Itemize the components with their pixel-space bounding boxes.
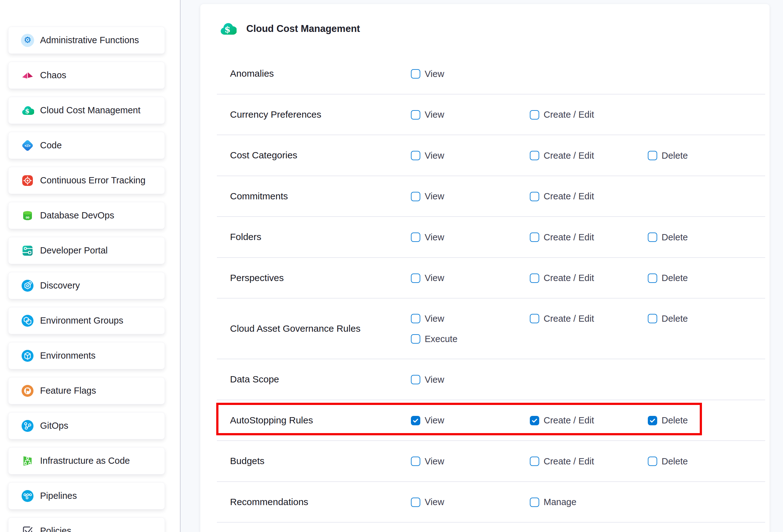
resource-label: Cost Categories — [230, 135, 297, 176]
checkbox-data-scope-view[interactable] — [411, 375, 420, 384]
circuit-icon — [21, 244, 34, 257]
permission-cell: View — [411, 375, 444, 384]
sidebar-item-label: Administrative Functions — [40, 35, 139, 45]
checkbox-folders-delete[interactable] — [648, 232, 657, 242]
checkbox-folders-create-edit[interactable] — [530, 232, 539, 242]
resource-label: Anomalies — [230, 54, 274, 94]
sidebar-item-code[interactable]: </>Code — [8, 132, 165, 159]
permission-row-autostopping-rules: AutoStopping RulesViewCreate / EditDelet… — [217, 400, 765, 441]
sidebar-item-discovery[interactable]: Discovery — [8, 272, 165, 299]
permission-cell: Delete — [648, 151, 688, 160]
sidebar-item-pipelines[interactable]: Pipelines — [8, 482, 165, 509]
permission-label: Create / Edit — [543, 151, 594, 161]
svg-text:$: $ — [25, 107, 30, 115]
permissions-table: AnomaliesViewCurrency PreferencesViewCre… — [217, 54, 765, 523]
sidebar-item-label: Chaos — [40, 70, 66, 81]
module-sidebar: ⚙Administrative FunctionsChaos$Cloud Cos… — [0, 0, 181, 532]
svg-text:∞: ∞ — [26, 214, 29, 220]
permission-cell: Execute — [411, 334, 458, 344]
permission-label: Delete — [662, 151, 688, 161]
checkbox-currency-preferences-create-edit[interactable] — [530, 110, 539, 120]
flag-icon — [21, 384, 34, 398]
permission-label: Execute — [425, 334, 458, 344]
sidebar-item-label: Policies — [40, 526, 71, 532]
checkbox-cost-categories-view[interactable] — [411, 151, 420, 160]
checkbox-autostopping-rules-delete[interactable] — [648, 416, 657, 425]
checkbox-recommendations-view[interactable] — [411, 498, 420, 507]
checkbox-budgets-delete[interactable] — [648, 457, 657, 466]
resource-label: Budgets — [230, 441, 264, 481]
permission-label: View — [425, 232, 444, 243]
sidebar-item-infrastructure-as-code[interactable]: Infrastructure as Code — [8, 447, 165, 474]
permission-row-folders: FoldersViewCreate / EditDelete — [217, 217, 765, 258]
panel-title: Cloud Cost Management — [246, 23, 360, 34]
sidebar-item-administrative-functions[interactable]: ⚙Administrative Functions — [8, 27, 165, 54]
git-branch-icon — [21, 419, 34, 433]
sidebar-item-chaos[interactable]: Chaos — [8, 62, 165, 89]
sidebar-item-label: Feature Flags — [40, 385, 96, 396]
sidebar-item-label: Cloud Cost Management — [40, 105, 140, 116]
checkbox-budgets-create-edit[interactable] — [530, 457, 539, 466]
permission-row-cloud-asset-governance-rules: Cloud Asset Governance RulesViewCreate /… — [217, 299, 765, 359]
permission-cell: View — [411, 498, 444, 507]
checkbox-cloud-asset-governance-rules-create-edit[interactable] — [530, 314, 539, 323]
sidebar-item-database-devops[interactable]: ∞Database DevOps — [8, 202, 165, 229]
checkbox-commitments-create-edit[interactable] — [530, 192, 539, 201]
permission-row-cost-categories: Cost CategoriesViewCreate / EditDelete — [217, 135, 765, 176]
checkbox-cost-categories-delete[interactable] — [648, 151, 657, 160]
permission-cell: Delete — [648, 314, 688, 323]
permission-label: Delete — [662, 273, 688, 283]
checkbox-cloud-asset-governance-rules-execute[interactable] — [411, 334, 420, 344]
permission-label: View — [425, 151, 444, 161]
checkbox-folders-view[interactable] — [411, 232, 420, 242]
permission-cell: Delete — [648, 416, 688, 425]
sidebar-item-label: Continuous Error Tracking — [40, 175, 146, 186]
checkbox-perspectives-delete[interactable] — [648, 274, 657, 283]
sidebar-item-continuous-error-tracking[interactable]: Continuous Error Tracking — [8, 167, 165, 194]
sidebar-item-policies[interactable]: Policies — [8, 517, 165, 532]
permission-row-budgets: BudgetsViewCreate / EditDelete — [217, 441, 765, 482]
checkbox-recommendations-manage[interactable] — [530, 498, 539, 507]
checkbox-autostopping-rules-view[interactable] — [411, 416, 420, 425]
permission-cell: Create / Edit — [530, 151, 594, 160]
resource-label: Recommendations — [230, 482, 308, 522]
sidebar-item-label: Code — [40, 140, 62, 151]
checkbox-perspectives-view[interactable] — [411, 274, 420, 283]
sidebar-item-gitops[interactable]: GitOps — [8, 412, 165, 439]
permission-label: View — [425, 191, 444, 201]
resource-label: Perspectives — [230, 258, 284, 298]
sidebar-item-environment-groups[interactable]: Environment Groups — [8, 307, 165, 334]
permission-cell: Delete — [648, 232, 688, 242]
checkbox-autostopping-rules-create-edit[interactable] — [530, 416, 539, 425]
checkbox-currency-preferences-view[interactable] — [411, 110, 420, 120]
checkbox-perspectives-create-edit[interactable] — [530, 274, 539, 283]
resource-label: Cloud Asset Governance Rules — [230, 299, 361, 358]
permission-label: Create / Edit — [543, 415, 594, 426]
hexagon-group-icon — [21, 314, 34, 327]
sidebar-item-label: Database DevOps — [40, 210, 114, 221]
checkbox-cloud-asset-governance-rules-view[interactable] — [411, 314, 420, 323]
permission-cell: View — [411, 416, 444, 425]
checkbox-cloud-asset-governance-rules-delete[interactable] — [648, 314, 657, 323]
permission-cell: Create / Edit — [530, 314, 594, 323]
permission-label: Create / Edit — [543, 109, 594, 120]
permission-label: Delete — [662, 314, 688, 324]
sidebar-item-label: Discovery — [40, 280, 80, 291]
sidebar-item-cloud-cost-management[interactable]: $Cloud Cost Management — [8, 97, 165, 124]
permission-label: View — [425, 314, 444, 324]
checkbox-cost-categories-create-edit[interactable] — [530, 151, 539, 160]
panel-header: $ Cloud Cost Management — [200, 4, 770, 54]
permission-cell: View — [411, 314, 444, 323]
permission-row-recommendations: RecommendationsViewManage — [217, 482, 765, 523]
cloud-dollar-icon: $ — [219, 20, 237, 37]
checkbox-anomalies-view[interactable] — [411, 69, 420, 79]
sidebar-item-label: GitOps — [40, 420, 68, 431]
checkbox-commitments-view[interactable] — [411, 192, 420, 201]
permission-label: View — [425, 375, 444, 385]
sidebar-item-feature-flags[interactable]: Feature Flags — [8, 377, 165, 404]
permission-row-anomalies: AnomaliesView — [217, 54, 765, 95]
sidebar-item-environments[interactable]: Environments — [8, 342, 165, 369]
permission-label: View — [425, 456, 444, 467]
sidebar-item-developer-portal[interactable]: Developer Portal — [8, 237, 165, 264]
checkbox-budgets-view[interactable] — [411, 457, 420, 466]
